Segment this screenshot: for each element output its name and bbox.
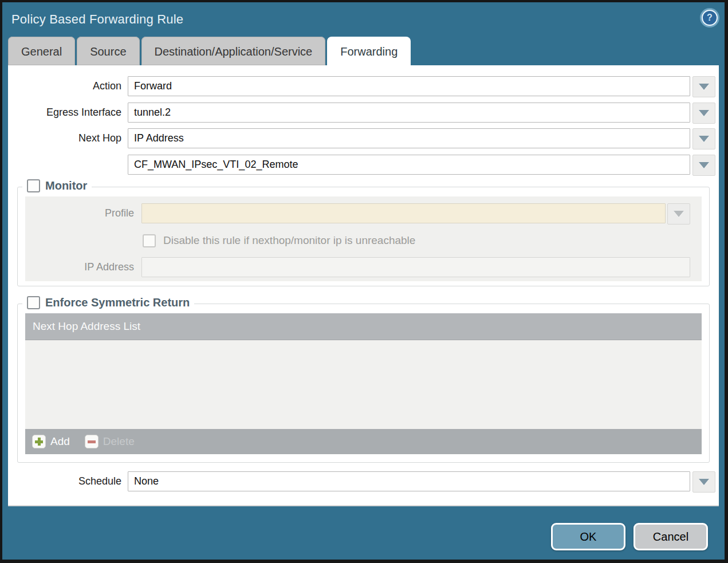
monitor-group: Monitor Profile Disable this rule if nex… [17,187,710,286]
dialog-title: Policy Based Forwarding Rule [11,12,183,27]
tab-source[interactable]: Source [77,37,139,65]
next-hop-label: Next Hop [8,128,121,148]
action-label: Action [8,76,121,96]
minus-icon [85,435,99,448]
action-select[interactable]: Forward [128,76,690,96]
add-button[interactable]: Add [32,435,70,448]
egress-interface-select[interactable]: tunnel.2 [128,103,690,123]
chevron-down-icon [699,110,709,116]
chevron-down-icon [699,84,709,90]
chevron-down-icon [674,211,684,217]
next-hop-address-list-grid: Next Hop Address List Add Delete [25,313,702,454]
egress-interface-dropdown-button[interactable] [692,103,715,124]
chevron-down-icon [699,162,709,168]
schedule-select[interactable]: None [128,471,690,491]
next-hop-address-select[interactable]: CF_MWAN_IPsec_VTI_02_Remote [128,155,690,175]
monitor-panel: Profile Disable this rule if nexthop/mon… [25,196,702,281]
add-button-label: Add [50,435,70,448]
chevron-down-icon [699,479,709,485]
ok-button[interactable]: OK [551,523,625,550]
next-hop-address-list-header: Next Hop Address List [25,313,702,340]
monitor-legend: Monitor [22,179,92,192]
next-hop-type-select[interactable]: IP Address [128,128,690,148]
schedule-dropdown-button[interactable] [692,471,715,493]
tab-general[interactable]: General [8,37,75,65]
enforce-symmetric-return-group: Enforce Symmetric Return Next Hop Addres… [17,304,710,463]
policy-based-forwarding-dialog: Policy Based Forwarding Rule ? General S… [2,2,725,560]
chevron-down-icon [699,136,709,142]
action-dropdown-button[interactable] [692,76,715,97]
tab-bar: General Source Destination/Application/S… [8,37,411,65]
enforce-symmetric-return-checkbox[interactable] [27,296,40,309]
monitor-ip-address-input [141,257,690,277]
delete-button: Delete [85,435,135,448]
enforce-symmetric-return-title: Enforce Symmetric Return [45,296,190,309]
schedule-label: Schedule [8,471,121,491]
tab-destination-application-service[interactable]: Destination/Application/Service [141,37,326,65]
help-icon[interactable]: ? [702,10,718,26]
profile-select [141,203,666,223]
disable-rule-label: Disable this rule if nexthop/monitor ip … [163,233,415,248]
egress-interface-label: Egress Interface [8,103,121,123]
monitor-checkbox[interactable] [27,179,40,192]
disable-rule-row: Disable this rule if nexthop/monitor ip … [143,233,415,248]
delete-button-label: Delete [103,435,135,448]
dialog-footer: OK Cancel [551,523,708,550]
next-hop-address-dropdown-button[interactable] [692,155,715,176]
tab-forwarding[interactable]: Forwarding [327,37,411,65]
next-hop-dropdown-button[interactable] [692,128,715,149]
forwarding-tab-panel: Action Forward Egress Interface tunnel.2… [8,65,719,506]
plus-icon [32,435,46,448]
profile-label: Profile [25,203,134,223]
next-hop-address-list-body [25,340,702,429]
cancel-button[interactable]: Cancel [633,523,708,550]
grid-toolbar: Add Delete [25,429,702,454]
monitor-title: Monitor [45,179,87,192]
profile-dropdown-button [667,203,690,225]
disable-rule-checkbox [143,234,156,247]
monitor-ip-address-label: IP Address [25,257,134,277]
enforce-symmetric-return-legend: Enforce Symmetric Return [22,296,194,309]
